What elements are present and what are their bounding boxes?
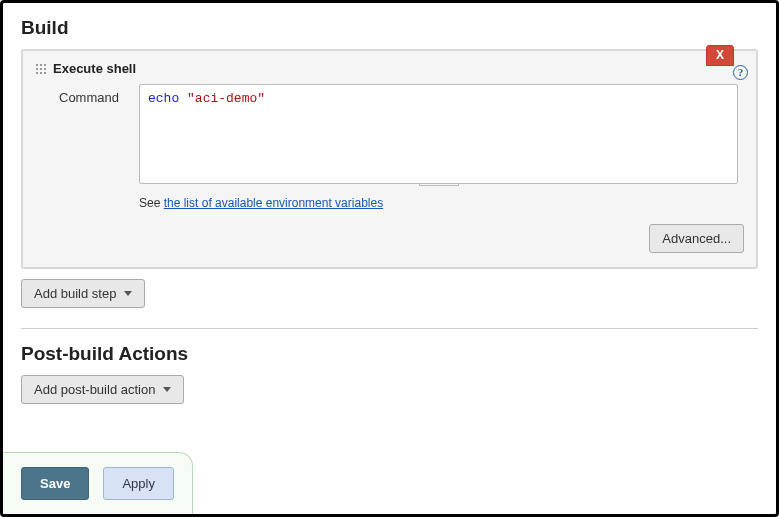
advanced-row: Advanced... [35, 224, 744, 253]
drag-handle-icon[interactable] [35, 63, 47, 75]
command-area: echo "aci-demo" See the list of availabl… [139, 84, 738, 210]
add-post-build-row: Add post-build action [21, 375, 758, 404]
help-prefix: See [139, 196, 164, 210]
command-input[interactable]: echo "aci-demo" [139, 84, 738, 184]
command-row: Command echo "aci-demo" See the list of … [35, 84, 744, 210]
code-keyword: echo [148, 91, 179, 106]
add-build-step-button[interactable]: Add build step [21, 279, 145, 308]
add-post-build-action-label: Add post-build action [34, 382, 155, 397]
apply-button[interactable]: Apply [103, 467, 174, 500]
code-string: "aci-demo" [187, 91, 265, 106]
add-build-step-label: Add build step [34, 286, 116, 301]
step-title: Execute shell [53, 61, 136, 76]
command-label: Command [59, 84, 129, 105]
jenkins-config-page: Build X ? Execute shell Command echo "ac… [0, 0, 779, 517]
chevron-down-icon [163, 387, 171, 392]
env-vars-link[interactable]: the list of available environment variab… [164, 196, 383, 210]
footer-panel: Save Apply [1, 452, 193, 514]
advanced-button[interactable]: Advanced... [649, 224, 744, 253]
build-section-title: Build [21, 17, 758, 39]
execute-shell-step: X ? Execute shell Command echo "aci-demo… [21, 49, 758, 269]
save-button[interactable]: Save [21, 467, 89, 500]
env-vars-help: See the list of available environment va… [139, 196, 738, 210]
chevron-down-icon [124, 291, 132, 296]
add-post-build-action-button[interactable]: Add post-build action [21, 375, 184, 404]
help-icon[interactable]: ? [733, 65, 748, 80]
post-build-section-title: Post-build Actions [21, 343, 758, 365]
delete-step-button[interactable]: X [706, 45, 734, 66]
step-header: Execute shell [35, 61, 744, 76]
section-divider [21, 328, 758, 329]
add-build-step-row: Add build step [21, 279, 758, 308]
